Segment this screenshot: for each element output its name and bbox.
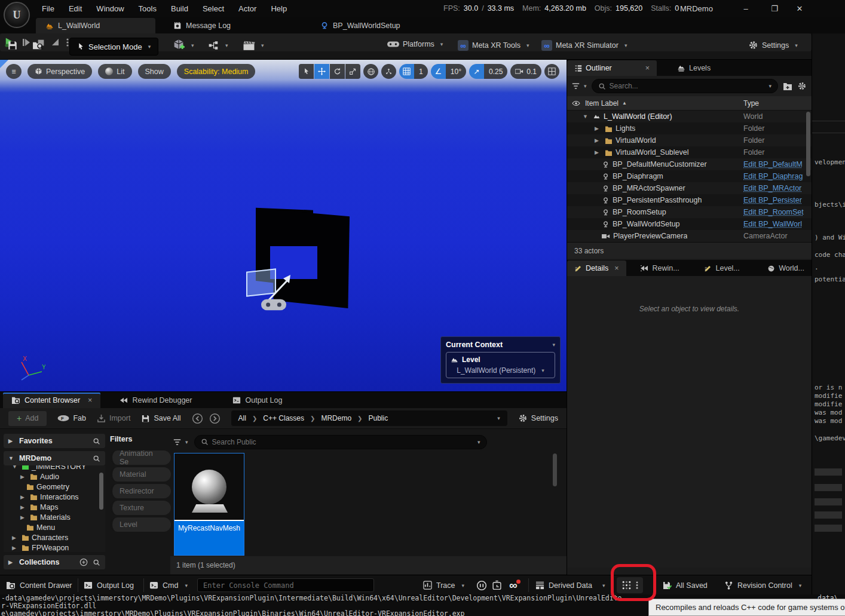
folder-row[interactable]: ▶Characters [4,532,105,543]
rotate-tool-button[interactable] [330,64,345,79]
outliner-filter-button[interactable]: ▾ [572,82,587,90]
insights-session-button[interactable] [476,575,487,595]
folder-row[interactable]: ▶Maps [4,502,105,512]
close-icon[interactable]: × [614,264,619,272]
outliner-row[interactable]: ▶VirtualWorld Folder [567,134,812,146]
tab-world-settings[interactable]: World... [760,261,812,276]
menu-build[interactable]: Build [164,0,195,17]
folder-row[interactable]: ▼_IMMERSTORY [4,465,105,471]
viewport-menu-button[interactable]: ≡ [6,64,22,79]
outliner-row[interactable]: BP_PersistentPassthrough Edit BP_Persist… [567,194,812,206]
cmd-dropdown[interactable]: Cmd▾ [149,575,188,595]
tab-rewind-debugger[interactable]: Rewin... [633,261,686,276]
browse-content-button[interactable] [32,40,44,51]
menu-edit[interactable]: Edit [62,0,89,17]
folder-row[interactable]: ▶FPWeapon [4,543,105,552]
tab-levels[interactable]: Levels [670,60,718,76]
blueprints-button[interactable]: ▾ [208,40,228,51]
save-button[interactable] [7,40,18,51]
forward-button[interactable] [209,413,221,424]
search-icon[interactable] [93,455,100,462]
menu-file[interactable]: File [35,0,62,17]
outliner-row[interactable]: ▶Lights Folder [567,122,812,134]
menu-select[interactable]: Select [195,0,231,17]
select-tool-button[interactable] [299,64,314,79]
filter-texture[interactable]: Texture [110,501,171,515]
scale-snap-value[interactable]: 0.25 [484,64,507,79]
unreal-logo-icon[interactable]: U [4,2,30,28]
folder-row[interactable]: ▶Materials [4,512,105,522]
content-drawer-button[interactable]: Content Drawer [6,575,72,595]
grid-snap-value[interactable]: 1 [414,64,428,79]
scale-tool-button[interactable] [345,64,360,79]
breadcrumb-all[interactable]: All [238,414,246,422]
close-icon[interactable]: × [88,396,92,404]
asset-grid-scrollbar[interactable] [553,453,557,486]
surface-snap-toggle[interactable] [381,64,396,79]
eye-icon[interactable] [572,100,580,107]
outliner-search-input[interactable] [610,82,763,90]
outliner-row[interactable]: ▶VirtualWorld_Sublevel Folder [567,146,812,158]
close-icon[interactable]: × [645,64,650,72]
breadcrumb-cpp-classes[interactable]: C++ Classes [263,414,304,422]
add-folder-icon[interactable] [783,82,792,91]
edit-blueprint-link[interactable]: Edit BP_Diaphrag [743,172,808,180]
edit-blueprint-link[interactable]: Edit BP_DefaultM [743,160,808,168]
folder-row[interactable]: Geometry [4,482,105,492]
frame-skip-button[interactable] [22,38,31,47]
filter-material[interactable]: Material [110,467,171,482]
add-actor-button[interactable]: ▾ [172,39,194,52]
add-button[interactable]: + Add [8,411,47,426]
menu-help[interactable]: Help [264,0,294,17]
project-root-header[interactable]: ▼MRDemo [4,451,105,465]
tab-outliner[interactable]: Outliner × [567,60,657,76]
outliner-scrollbar[interactable] [806,112,810,176]
outliner-column-header[interactable]: Item Label ▲ Type [567,96,812,111]
meta-status-button[interactable]: ∞ [509,575,518,595]
menu-window[interactable]: Window [89,0,131,17]
edit-blueprint-link[interactable]: Edit BP_WallWorl [743,220,808,228]
revision-control-dropdown[interactable]: Revision Control▾ [724,575,801,595]
lit-dropdown[interactable]: Lit [98,64,131,79]
column-type[interactable]: Type [743,99,759,108]
tab-blueprint[interactable]: BP_WallWorldSetup [311,18,412,33]
context-level-value[interactable]: L_WallWorld (Persistent) [457,366,535,375]
rotation-snap-toggle[interactable]: ∠ [431,64,446,79]
live-coding-button[interactable] [617,577,643,593]
outliner-row[interactable]: PlayerPreviewCamera CameraActor [567,230,812,242]
minimize-button[interactable]: – [734,0,758,17]
outliner-settings-gear-icon[interactable] [797,81,807,91]
tab-output-log[interactable]: Output Log [224,393,290,408]
menu-actor[interactable]: Actor [231,0,264,17]
outliner-row[interactable]: BP_MRActorSpawner Edit BP_MRActor [567,182,812,194]
show-dropdown[interactable]: Show [138,64,171,79]
asset-filter-button[interactable]: ▾ [173,439,188,446]
tab-details[interactable]: Details × [567,261,626,276]
tab-level[interactable]: L_WallWorld [36,18,155,33]
derived-data-dropdown[interactable]: Derived Data▾ [535,575,605,595]
tab-message-log[interactable]: Message Log [164,18,271,33]
platforms-dropdown[interactable]: Platforms▾ [387,40,443,48]
menu-tools[interactable]: Tools [131,0,164,17]
outliner-row[interactable]: BP_RoomSetup Edit BP_RoomSet [567,206,812,218]
breadcrumb-public[interactable]: Public [368,414,388,422]
outliner-row[interactable]: BP_Diaphragm Edit BP_Diaphrag [567,170,812,182]
asset-search-pill[interactable]: ▾ [194,435,487,449]
perspective-dropdown[interactable]: Perspective [27,64,92,79]
fab-button[interactable]: F Fab [57,414,86,422]
search-icon[interactable] [93,559,100,566]
path-dropdown-chevron[interactable]: ▾ [497,415,500,421]
outliner-search-pill[interactable]: ▾ [592,79,778,93]
tree-scrollbar[interactable] [99,473,103,510]
filter-level[interactable]: Level [110,517,171,532]
column-item-label[interactable]: Item Label [585,99,619,108]
import-button[interactable]: Import [97,414,130,422]
folder-row[interactable]: ▶Interactions [4,492,105,502]
cinematics-button[interactable]: ▾ [243,40,264,51]
camera-speed-control[interactable]: 0.1 [510,64,541,79]
edit-blueprint-link[interactable]: Edit BP_RoomSet [743,208,808,216]
outliner-row[interactable]: ▼L_WallWorld (Editor) World [567,111,812,122]
settings-dropdown[interactable]: Settings▾ [748,40,798,50]
search-icon[interactable] [93,437,100,445]
tab-level-details[interactable]: Level... [697,261,746,276]
